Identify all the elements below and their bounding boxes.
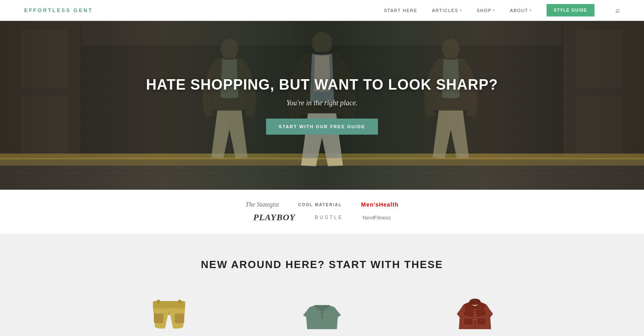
hero-subtitle: You're in the right place.	[146, 99, 498, 107]
nav-about[interactable]: ABOUT ▾	[510, 8, 532, 13]
brand-menshealth: Men'sHealth	[361, 201, 398, 208]
main-nav: EFFORTLESS GENT START HERE ARTICLES ▾ SH…	[0, 0, 644, 21]
nav-start-here[interactable]: START HERE	[384, 8, 417, 13]
about-chevron-icon: ▾	[530, 8, 532, 12]
brand-coolmaterial: COOL MATERIAL	[298, 203, 342, 207]
svg-rect-25	[175, 314, 184, 323]
svg-point-17	[312, 32, 332, 54]
brands-row-1: The Stategist COOL MATERIAL Men'sHealth	[246, 201, 398, 208]
svg-rect-14	[0, 154, 644, 159]
jacket-illustration	[453, 293, 497, 336]
svg-point-28	[321, 312, 323, 314]
articles-chevron-icon: ▾	[460, 8, 462, 12]
svg-point-29	[321, 316, 323, 317]
svg-point-15	[221, 39, 238, 59]
svg-rect-5	[20, 95, 68, 156]
svg-point-16	[442, 39, 460, 59]
search-icon[interactable]: ⌕	[615, 6, 620, 14]
cards-row: HOW CAN EG HELP MY STYLE?	[32, 291, 612, 336]
card-icon-jacket	[451, 291, 499, 336]
svg-rect-10	[0, 158, 644, 190]
svg-point-38	[469, 299, 481, 305]
nav-shop[interactable]: SHOP ▾	[477, 8, 495, 13]
card-lean-wardrobe[interactable]: IS A LEAN WARDROBE FOR ME?	[262, 291, 382, 336]
svg-rect-8	[576, 29, 624, 89]
card-icon-polo	[298, 291, 346, 336]
shorts-illustration	[147, 293, 191, 336]
new-around-here-section: NEW AROUND HERE? START WITH THESE	[0, 234, 644, 336]
svg-rect-37	[478, 319, 485, 324]
svg-rect-22	[178, 300, 181, 303]
shop-chevron-icon: ▾	[493, 8, 495, 12]
nav-links: START HERE ARTICLES ▾ SHOP ▾ ABOUT ▾ STY…	[384, 4, 620, 16]
brand-strategist: The Stategist	[246, 201, 279, 208]
polo-illustration	[300, 293, 344, 336]
brands-row-2: PLAYBOY BUSTLE NerdFitness	[253, 212, 391, 223]
hero-cta-button[interactable]: START WITH OUR FREE GUIDE	[266, 119, 378, 135]
brand-nerdfitness: NerdFitness	[363, 215, 391, 221]
card-eg-help[interactable]: HOW CAN EG HELP MY STYLE?	[109, 291, 229, 336]
as-seen-in-section: The Stategist COOL MATERIAL Men'sHealth …	[0, 190, 644, 234]
svg-rect-21	[157, 300, 160, 303]
hero-section: HATE SHOPPING, BUT WANT TO LOOK SHARP? Y…	[0, 21, 644, 190]
svg-rect-9	[576, 95, 624, 156]
brand-bustle: BUSTLE	[315, 215, 343, 220]
style-guide-button[interactable]: STYLE GUIDE	[547, 4, 594, 16]
hero-title: HATE SHOPPING, BUT WANT TO LOOK SHARP?	[146, 76, 498, 93]
nav-articles[interactable]: ARTICLES ▾	[432, 8, 462, 13]
hero-content: HATE SHOPPING, BUT WANT TO LOOK SHARP? Y…	[146, 76, 498, 135]
svg-rect-36	[465, 319, 472, 324]
svg-rect-4	[20, 29, 68, 89]
svg-rect-23	[154, 314, 163, 323]
site-logo[interactable]: EFFORTLESS GENT	[24, 7, 93, 13]
brand-playboy: PLAYBOY	[253, 212, 295, 223]
card-icon-shorts	[145, 291, 193, 336]
card-what-matches[interactable]: WHAT MATCHES WITH THIS?	[415, 291, 535, 336]
section-title: NEW AROUND HERE? START WITH THESE	[32, 258, 612, 271]
